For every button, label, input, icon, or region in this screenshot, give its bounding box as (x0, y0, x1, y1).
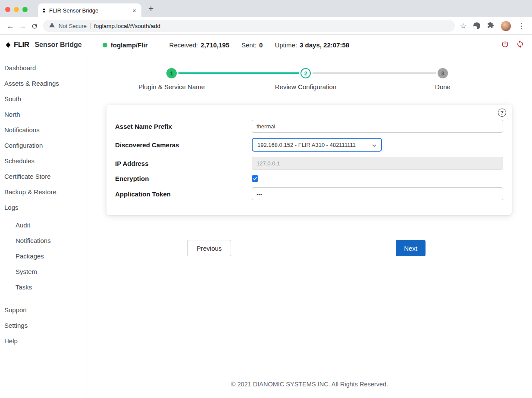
help-icon[interactable]: ? (498, 109, 506, 117)
uptime-label: Uptime: (275, 41, 297, 49)
flir-brand-text: FLIR (14, 40, 29, 49)
sidebar-item-schedules[interactable]: Schedules (0, 153, 87, 169)
sidebar-item-help[interactable]: Help (0, 333, 87, 349)
sent-label: Sent: (241, 41, 257, 49)
encryption-label: Encryption (115, 175, 252, 182)
stepper-line-completed (172, 72, 306, 74)
ip-address-label: IP Address (115, 160, 252, 167)
sidebar-nav: Dashboard Assets & Readings South North … (0, 55, 87, 398)
extensions-puzzle-icon[interactable] (487, 22, 494, 30)
sidebar-item-packages[interactable]: Packages (5, 249, 87, 264)
header-actions (501, 40, 526, 50)
previous-button[interactable]: Previous (187, 240, 231, 256)
received-value: 2,710,195 (200, 41, 229, 49)
form-row-discovered-cameras: Discovered Cameras 192.168.0.152 - FLIR … (115, 138, 503, 152)
tab-close-icon[interactable]: × (131, 7, 137, 14)
main-content: 1 2 3 Plugin & Service Name Review Confi… (87, 55, 532, 398)
url-text: foglamp.local/#/south/add (94, 23, 160, 29)
chevron-down-icon (372, 142, 376, 148)
refresh-sync-icon[interactable] (516, 40, 524, 50)
sidebar-item-system[interactable]: System (5, 264, 87, 280)
logs-submenu: Audit Notifications Packages System Task… (5, 215, 87, 297)
profile-avatar[interactable] (501, 21, 511, 31)
window-minimize-button[interactable] (14, 7, 19, 12)
sidebar-item-south[interactable]: South (0, 91, 87, 107)
browser-tab[interactable]: FLIR Sensor Bridge × (38, 3, 141, 17)
sidebar-item-backup-restore[interactable]: Backup & Restore (0, 184, 87, 200)
security-label: Not Secure (59, 23, 87, 29)
browser-tab-strip: FLIR Sensor Bridge × + (0, 0, 532, 17)
discovered-cameras-label: Discovered Cameras (115, 141, 252, 149)
omnibox-divider (90, 23, 91, 29)
sidebar-item-notifications[interactable]: Notifications (0, 122, 87, 138)
step-1-circle: 1 (166, 68, 177, 78)
step-2-circle: 2 (300, 68, 311, 78)
configuration-card: ? Asset Name Prefix Discovered Cameras 1… (106, 105, 512, 215)
flir-logo-icon (6, 42, 10, 48)
reload-icon[interactable] (28, 22, 41, 31)
back-icon[interactable]: ← (4, 22, 16, 31)
stepper-line-pending (306, 72, 443, 74)
not-secure-warning-icon[interactable] (49, 22, 55, 30)
asset-name-prefix-input[interactable] (252, 120, 503, 133)
application-token-input[interactable] (252, 187, 503, 200)
flir-logo: FLIR (6, 40, 29, 49)
sidebar-bottom-group: Support Settings Help (0, 302, 87, 349)
wizard-actions: Previous Next (187, 240, 426, 256)
window-controls (5, 7, 28, 12)
sidebar-item-log-notifications[interactable]: Notifications (5, 233, 87, 249)
sidebar-item-logs[interactable]: Logs (0, 200, 87, 215)
new-tab-button[interactable]: + (148, 3, 153, 14)
form-row-application-token: Application Token (115, 187, 503, 200)
form-row-asset-name-prefix: Asset Name Prefix (115, 120, 503, 133)
discovered-cameras-value: 192.168.0.152 - FLIR A310 - 482111111 (257, 142, 356, 148)
sidebar-item-dashboard[interactable]: Dashboard (0, 60, 87, 76)
browser-toolbar: ← → Not Secure foglamp.local/#/south/add… (0, 17, 532, 35)
sidebar-item-audit[interactable]: Audit (5, 218, 87, 233)
toolbar-actions: ☆ ⋮ (459, 21, 528, 31)
asset-name-prefix-label: Asset Name Prefix (115, 123, 252, 130)
tab-title: FLIR Sensor Bridge (49, 7, 131, 14)
sidebar-item-certificate-store[interactable]: Certificate Store (0, 169, 87, 184)
sidebar-item-configuration[interactable]: Configuration (0, 138, 87, 153)
extension-circle-icon[interactable] (473, 22, 480, 29)
sent-value: 0 (259, 41, 263, 49)
application-token-label: Application Token (115, 190, 252, 198)
service-name: foglamp/Flir (111, 41, 148, 49)
app-header: FLIR Sensor Bridge foglamp/Flir Received… (0, 35, 532, 55)
wizard-stepper: 1 2 3 Plugin & Service Name Review Confi… (87, 62, 532, 101)
window-zoom-button[interactable] (22, 7, 28, 12)
form-row-encryption: Encryption (115, 175, 503, 182)
app-title: Sensor Bridge (34, 41, 81, 49)
step-3-label: Done (435, 83, 451, 90)
sidebar-item-north[interactable]: North (0, 107, 87, 122)
form-row-ip-address: IP Address (115, 157, 503, 170)
header-stats: Received: 2,710,195 Sent: 0 Uptime: 3 da… (169, 41, 350, 49)
copyright-footer: © 2021 DIANOMIC SYSTEMS INC. All Rights … (87, 381, 532, 398)
sidebar-item-assets-readings[interactable]: Assets & Readings (0, 76, 87, 91)
next-button[interactable]: Next (396, 240, 426, 256)
sidebar-item-tasks[interactable]: Tasks (5, 280, 87, 295)
flir-favicon (42, 8, 46, 13)
ip-address-input (252, 157, 503, 170)
uptime-value: 3 days, 22:07:58 (300, 41, 349, 49)
discovered-cameras-select[interactable]: 192.168.0.152 - FLIR A310 - 482111111 (252, 138, 382, 152)
shutdown-power-icon[interactable] (501, 40, 509, 50)
received-label: Received: (169, 41, 198, 49)
forward-icon[interactable]: → (16, 22, 28, 31)
browser-menu-icon[interactable]: ⋮ (518, 22, 525, 30)
encryption-checkbox[interactable] (252, 175, 258, 182)
bookmark-star-icon[interactable]: ☆ (460, 22, 466, 30)
status-dot-green (103, 43, 107, 47)
service-status: foglamp/Flir (103, 41, 148, 49)
address-bar[interactable]: Not Secure foglamp.local/#/south/add (43, 20, 455, 32)
window-close-button[interactable] (5, 7, 10, 12)
step-3-circle: 3 (438, 68, 448, 78)
sidebar-item-support[interactable]: Support (0, 302, 87, 318)
step-2-label: Review Configuration (275, 83, 337, 90)
step-1-label: Plugin & Service Name (138, 83, 205, 90)
sidebar-item-settings[interactable]: Settings (0, 318, 87, 333)
